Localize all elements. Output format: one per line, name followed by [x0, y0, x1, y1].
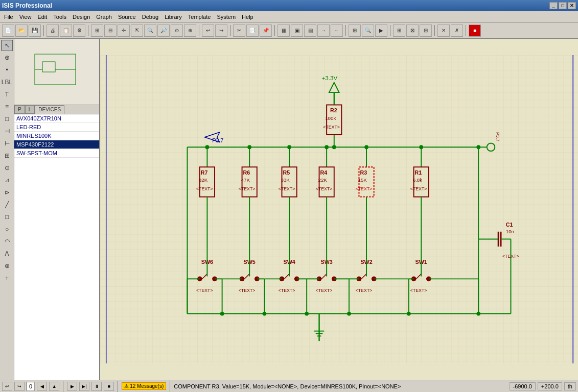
menu-item-tools[interactable]: Tools [50, 13, 70, 21]
zoom-all-button[interactable]: ⊙ [171, 24, 183, 37]
device-minres[interactable]: MINRES100K [14, 132, 99, 140]
tab-devices[interactable]: DEVICES [35, 105, 64, 114]
schematic-area[interactable]: +3.3V P3.7 R2 100k <TEXT> P3.7 [100, 39, 578, 380]
cross-button[interactable]: ✛ [118, 24, 130, 37]
menu-item-system[interactable]: System [214, 13, 239, 21]
grid-button[interactable]: ⊞ [91, 24, 103, 37]
device-sw[interactable]: SW-SPST-MOM [14, 149, 99, 158]
undo-btn[interactable]: ↩ [2, 382, 12, 391]
bus-tool[interactable]: ≡ [2, 101, 13, 112]
device-led[interactable]: LED-RED [14, 123, 99, 132]
sub-tool[interactable]: □ [2, 113, 13, 125]
stop-btn[interactable]: ■ [104, 382, 114, 391]
print-button[interactable]: 🖨 [47, 24, 59, 37]
step-btn[interactable]: ▶| [79, 382, 89, 391]
svg-text:C1: C1 [506, 222, 513, 228]
component-tool[interactable]: ⊕ [2, 52, 13, 63]
gen-tool[interactable]: ⊙ [2, 162, 13, 174]
grid2-button[interactable]: ⊟ [104, 24, 117, 37]
block2-button[interactable]: ▣ [291, 24, 303, 37]
menu-item-view[interactable]: View [16, 13, 35, 21]
menu-item-source[interactable]: Source [115, 13, 139, 21]
svg-text:15K: 15K [358, 177, 367, 183]
device-avx[interactable]: AVX040ZX7R10N [14, 114, 99, 123]
menu-item-debug[interactable]: Debug [139, 13, 161, 21]
wire-button[interactable]: ⇱ [131, 24, 143, 37]
svg-point-145 [476, 145, 480, 149]
menu-item-design[interactable]: Design [70, 13, 93, 21]
arrow2-button[interactable]: ← [331, 24, 343, 37]
menu-item-edit[interactable]: Edit [34, 13, 50, 21]
terminal-tool[interactable]: ⊣ [2, 126, 13, 137]
menu-item-template[interactable]: Template [185, 13, 214, 21]
menu-item-graph[interactable]: Graph [93, 13, 115, 21]
save-button[interactable]: 💾 [29, 24, 41, 37]
circle-tool[interactable]: ○ [2, 224, 13, 235]
arc-tool[interactable]: ◠ [2, 236, 13, 247]
pause-btn[interactable]: ⏸ [91, 382, 102, 391]
device-msp[interactable]: MSP430F2122 [14, 140, 99, 149]
search-button[interactable]: 🔍 [362, 24, 374, 37]
nav-back-btn[interactable]: ◀ [37, 382, 47, 391]
maximize-button[interactable]: □ [559, 2, 567, 9]
menubar: FileViewEditToolsDesignGraphSourceDebugL… [0, 11, 578, 22]
undo-button[interactable]: ↩ [202, 24, 214, 37]
zoom-out-button[interactable]: 🔎 [157, 24, 170, 37]
del2-button[interactable]: ✗ [451, 24, 463, 37]
print2-button[interactable]: 📋 [60, 24, 72, 37]
paste-button[interactable]: 📌 [260, 24, 272, 37]
sym-tool[interactable]: ⊕ [2, 260, 13, 272]
select-tool[interactable]: ↖ [2, 40, 13, 51]
nav-fwd-btn[interactable]: ▲ [49, 382, 59, 391]
svg-text:10n: 10n [506, 229, 514, 234]
prop-button[interactable]: ⊞ [393, 24, 405, 37]
text-tool[interactable]: T [2, 89, 13, 100]
redo-btn[interactable]: ↪ [14, 382, 25, 391]
status-message: COMPONENT R3, Value=15K, Module=<NONE>, … [174, 383, 507, 389]
label-tool[interactable]: LBL [2, 77, 13, 88]
copy-button[interactable]: 📑 [246, 24, 259, 37]
menu-item-help[interactable]: Help [239, 13, 257, 21]
block3-button[interactable]: ▤ [304, 24, 316, 37]
undo-count-field[interactable]: 0 [27, 382, 35, 391]
sidebar: P L DEVICES AVX040ZX7R10N LED-RED MINRES… [14, 39, 100, 380]
zoom-in-button[interactable]: 🔍 [144, 24, 156, 37]
svg-text:<TEXT>: <TEXT> [196, 288, 213, 293]
open-button[interactable]: 📂 [15, 24, 28, 37]
hier-tool[interactable]: ⊞ [2, 150, 13, 161]
probe-tool[interactable]: ⊿ [2, 175, 13, 186]
zoom-fit-button[interactable]: ⊞ [349, 24, 361, 37]
prop2-button[interactable]: ⊠ [406, 24, 419, 37]
new-button[interactable]: 📄 [2, 24, 14, 37]
prop3-button[interactable]: ⊟ [420, 24, 432, 37]
text2-tool[interactable]: A [2, 248, 13, 259]
block-button[interactable]: ▦ [278, 24, 290, 37]
arrow-button[interactable]: → [317, 24, 330, 37]
redo-button[interactable]: ↪ [215, 24, 227, 37]
line-tool[interactable]: ╱ [2, 199, 13, 210]
special-button[interactable]: ■ [469, 24, 481, 37]
mark-tool[interactable]: + [2, 273, 13, 284]
tab-p[interactable]: P [14, 105, 25, 114]
svg-text:R3: R3 [360, 169, 367, 176]
close-button[interactable]: ✕ [568, 2, 576, 9]
junction-tool[interactable]: • [2, 64, 13, 76]
play-btn[interactable]: ▶ [67, 382, 77, 391]
del-button[interactable]: ✕ [437, 24, 450, 37]
run-button[interactable]: ▶ [375, 24, 387, 37]
tape-tool[interactable]: ⊳ [2, 187, 13, 198]
menu-item-file[interactable]: File [1, 13, 16, 21]
box-tool[interactable]: □ [2, 211, 13, 223]
svg-text:<TEXT>: <TEXT> [316, 186, 333, 191]
zoom-area-button[interactable]: ⊕ [184, 24, 196, 37]
tab-l[interactable]: L [25, 105, 35, 114]
cut-button[interactable]: ✂ [233, 24, 245, 37]
svg-text:<TEXT>: <TEXT> [279, 186, 295, 191]
toolbar-sep-3 [199, 25, 199, 36]
svg-text:R7: R7 [201, 169, 208, 176]
menu-item-library[interactable]: Library [161, 13, 185, 21]
svg-rect-0 [14, 39, 99, 105]
minimize-button[interactable]: _ [549, 2, 558, 9]
settings-button[interactable]: ⚙ [73, 24, 85, 37]
port-tool[interactable]: ⊢ [2, 138, 13, 149]
